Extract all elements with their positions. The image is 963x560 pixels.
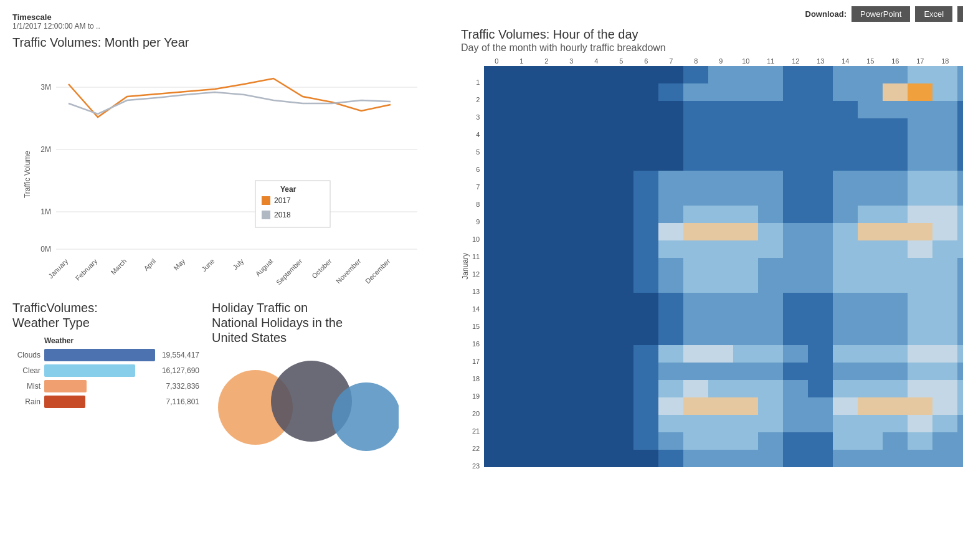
heatmap-cell [758,415,783,432]
heatmap-cell [534,101,559,118]
heatmap-cell [858,380,883,397]
heatmap-cell [833,223,858,240]
heatmap-cell [932,118,957,136]
heatmap-row [484,136,963,153]
heatmap-y-label: 17 [472,353,482,370]
svg-text:2018: 2018 [274,211,291,219]
heatmap-cell [708,153,733,171]
heatmap-cell [858,415,883,432]
heatmap-cell [858,310,883,328]
heatmap-cell [534,118,559,136]
heatmap-row [484,188,963,206]
heatmap-cell [534,258,559,275]
heatmap-y-label: 21 [472,422,482,440]
heatmap-cell [584,83,609,101]
svg-point-28 [332,382,399,451]
heatmap-cell [658,240,683,258]
heatmap-cell [559,223,584,240]
heatmap-cell [932,66,957,83]
heatmap-cell [708,188,733,206]
heatmap-cell [883,345,908,363]
heatmap-cell [584,223,609,240]
heatmap-subtitle: Day of the month with hourly traffic bre… [461,42,963,54]
heatmap-cell [559,101,584,118]
heatmap-cell [484,397,509,415]
heatmap-cell [758,397,783,415]
heatmap-cell [658,136,683,153]
heatmap-cell [609,101,633,118]
heatmap-cell [932,83,957,101]
weather-row-label: Rain [12,397,40,406]
heatmap-cell [534,397,559,415]
download-label: Download: [805,9,847,19]
heatmap-x-label: 7 [658,57,683,65]
svg-text:October: October [310,257,333,280]
heatmap-cell [908,83,932,101]
heatmap-cell [908,380,932,397]
heatmap-cell [858,258,883,275]
download-excel-button[interactable]: Excel [915,6,952,22]
heatmap-cell [733,397,758,415]
heatmap-cell [559,328,584,345]
heatmap-x-label: 10 [733,57,758,65]
heatmap-cell [633,153,658,171]
heatmap-grid [484,66,963,467]
heatmap-cell [683,206,708,223]
heatmap-cell [908,66,932,83]
heatmap-cell [534,450,559,467]
heatmap-cell [808,66,833,83]
heatmap-cell [559,397,584,415]
weather-bar [44,349,155,361]
heatmap-cell [509,136,534,153]
heatmap-cell [559,153,584,171]
heatmap-row [484,240,963,258]
heatmap-row [484,328,963,345]
heatmap-y-label: 6 [472,161,482,178]
heatmap-cell [609,363,633,380]
heatmap-cell [534,66,559,83]
heatmap-cell [932,171,957,188]
heatmap-x-label: 18 [932,57,957,65]
heatmap-cell [658,310,683,328]
heatmap-cell [858,136,883,153]
heatmap-cell [534,240,559,258]
heatmap-y-label: 16 [472,335,482,353]
heatmap-cell [783,206,808,223]
heatmap-cell [858,397,883,415]
heatmap-cell [758,223,783,240]
heatmap-cell [908,188,932,206]
weather-bar [44,364,135,377]
heatmap-cell [658,380,683,397]
heatmap-cell [758,328,783,345]
heatmap-cell [559,450,584,467]
download-powerpoint-button[interactable]: PowerPoint [852,6,910,22]
heatmap-cell [733,118,758,136]
heatmap-cell [783,171,808,188]
heatmap-y-label: 5 [472,143,482,161]
heatmap-cell [758,83,783,101]
heatmap-cell [584,432,609,450]
heatmap-cell [783,188,808,206]
heatmap-title: Traffic Volumes: Hour of the day [461,27,963,42]
heatmap-cell [733,328,758,345]
weather-row-label: Clouds [12,351,40,359]
heatmap-cell [584,188,609,206]
heatmap-cell [833,206,858,223]
heatmap-cell [833,310,858,328]
heatmap-cell [509,66,534,83]
heatmap-cell [783,432,808,450]
heatmap-row [484,83,963,101]
heatmap-cell [509,310,534,328]
heatmap-cell [808,223,833,240]
heatmap-cell [609,415,633,432]
heatmap-cell [833,171,858,188]
heatmap-cell [733,223,758,240]
heatmap-cell [609,188,633,206]
heatmap-row [484,363,963,380]
heatmap-cell [758,240,783,258]
heatmap-cell [758,432,783,450]
heatmap-cell [957,450,963,467]
heatmap-cell [733,310,758,328]
svg-text:August: August [254,257,275,278]
download-pdf-button[interactable]: PDF [957,6,963,22]
